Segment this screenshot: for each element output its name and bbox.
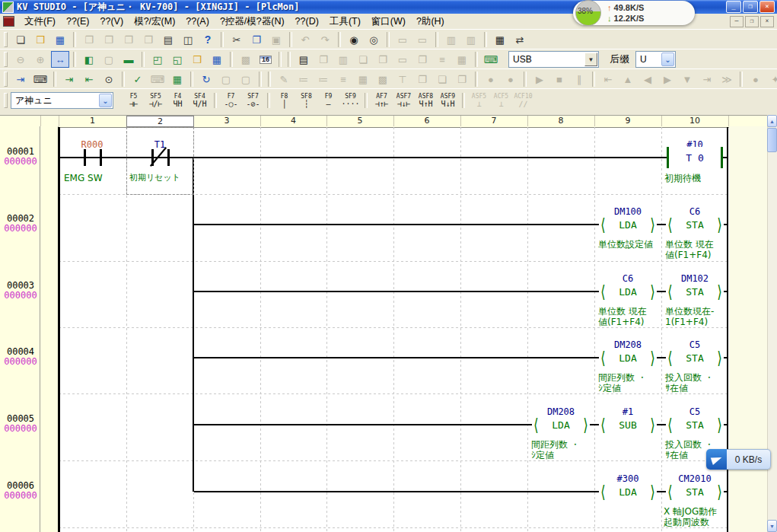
save-project-icon: ❐ [100,31,118,48]
timer-instruction-T0[interactable]: T 0 [667,147,723,168]
program-check-icon[interactable]: ✓ [129,71,147,88]
toolbar-grip[interactable] [4,93,8,108]
open-file-icon[interactable]: ❒ [31,31,49,48]
lda-instruction[interactable]: ⟨LDA⟩ [599,217,657,232]
fit-width-icon[interactable]: ↔ [51,51,69,68]
ladder-key-f7[interactable]: F7-○- [221,91,241,110]
ladder-key-sf4[interactable]: SF4Ч/Н [189,91,210,110]
close-button[interactable]: × [759,1,775,13]
ladder-key-asf8[interactable]: ASF8Ч↑Н [416,91,436,110]
dropdown-arrow-icon[interactable]: ▼ [584,53,597,66]
toolbar-separator [524,72,527,87]
message-window-icon[interactable]: ▬ [119,51,138,68]
lda-instruction[interactable]: ⟨LDA⟩ [599,350,657,365]
word-16bit-icon[interactable]: 16 [256,51,275,68]
mdi-close-button[interactable]: × [760,16,774,27]
menu-file[interactable]: 文件(F) [19,14,61,30]
ladder-key-f9[interactable]: F9— [318,91,339,110]
ladder-key-sf8[interactable]: SF8┆ [296,91,317,110]
find-icon[interactable]: ◉ [345,31,363,48]
chevron-down-icon[interactable]: ⌄ [99,94,112,107]
ladder-key-f4[interactable]: F4ЧН [167,91,188,110]
cut-icon[interactable]: ✂ [228,31,246,48]
toolbar-grip[interactable] [4,32,8,47]
menu-controller-simulator[interactable]: ?控器/模?器(N) [215,14,290,30]
print-icon[interactable]: ▤ [159,31,177,48]
project-window-icon[interactable]: ◧ [80,51,98,68]
grid-line [260,127,261,532]
device-b-icon: ❐ [374,51,392,68]
menu-tools[interactable]: 工具(T) [324,14,366,30]
verify-plc-icon[interactable]: ⊙ [100,71,118,88]
menu-debug[interactable]: ??(D) [290,14,324,28]
scroll-up-button[interactable]: ▲ [767,115,777,127]
ladder-editor[interactable]: 1 2 3 4 5 6 7 8 9 10 00001000000 0000200… [0,115,767,532]
device-combobox-value: ア神ュニ [15,94,53,107]
ladder-key-f8[interactable]: F8│ [274,91,295,110]
unit-editor-icon[interactable]: ▤ [295,51,313,68]
sta-instruction[interactable]: ⟨STA⟩ [666,417,724,432]
print-preview-icon[interactable]: ◫ [179,31,197,48]
library-book-icon[interactable]: ❒ [188,51,206,68]
port-combobox[interactable]: USB ▼ [508,51,599,68]
menu-module-macro[interactable]: 模?/宏(M) [129,14,180,30]
scrollbar-thumb[interactable] [767,128,777,152]
register-grid-icon[interactable]: ▦ [208,51,226,68]
help-icon[interactable]: ? [199,31,217,48]
monitor-window-icon[interactable]: ▦ [168,71,186,88]
copy-icon[interactable]: ❐ [247,31,266,48]
vertical-scrollbar[interactable]: ▲ ▼ [767,115,777,532]
mdi-document-icon[interactable] [3,16,14,27]
save-icon[interactable]: ▦ [51,31,69,48]
toolbar-grip[interactable] [4,52,8,67]
zoom-out-icon: ⊖ [11,51,30,68]
find-next-icon[interactable]: ◎ [365,31,383,48]
menu-edit[interactable]: ??(E) [61,14,95,28]
lda-instruction[interactable]: ⟨LDA⟩ [599,484,657,499]
split-bottom-icon[interactable]: ◱ [168,51,186,68]
menu-window[interactable]: 窗口(W) [366,14,411,30]
read-from-plc-icon[interactable]: ⇤ [80,71,98,88]
refresh-comm-icon[interactable]: ↻ [197,71,215,88]
ladder-key-asf7[interactable]: ASF7⊣↓⊢ [393,91,414,110]
scroll-down-button[interactable]: ▼ [767,520,777,532]
mdi-minimize-button[interactable]: ─ [730,16,744,27]
ladder-key-sf7[interactable]: SF7-⊘- [243,91,263,110]
comm-setup-icon[interactable]: ⌨ [482,51,500,68]
ladder-key-sf9[interactable]: SF9···· [340,91,361,110]
sta-instruction[interactable]: ⟨STA⟩ [666,217,724,232]
lda-instruction[interactable]: ⟨LDA⟩ [532,417,590,432]
menu-help[interactable]: ?助(H) [411,14,450,30]
toolbar-grip[interactable] [4,72,8,87]
pc-connect-icon[interactable]: ⌨ [31,71,49,88]
sta-instruction[interactable]: ⟨STA⟩ [666,350,724,365]
ladder-key-af7[interactable]: AF7⊣↑⊢ [371,91,392,110]
sta-instruction[interactable]: ⟨STA⟩ [666,284,724,299]
mdi-restore-button[interactable]: ❐ [745,16,759,27]
minimize-button[interactable]: _ [726,1,741,13]
chevron-down-icon[interactable]: ⌄ [661,53,674,66]
ld-out-icon[interactable]: ▦ [491,31,509,48]
transfer-monitor-icon[interactable]: ⇥ [11,71,30,88]
sub-instruction[interactable]: ⟨SUB⟩ [599,417,657,432]
split-top-icon[interactable]: ◰ [148,51,167,68]
download-speed-widget[interactable]: 0 KB/s [706,449,771,470]
menu-view[interactable]: ??(V) [95,14,129,28]
ladder-key-asf9[interactable]: ASF9Ч↓Н [438,91,458,110]
maximize-button[interactable]: ❐ [743,1,758,13]
lda-instruction[interactable]: ⟨LDA⟩ [599,284,657,299]
menu-convert[interactable]: ??(A) [180,14,215,28]
header-gutter [40,116,59,126]
new-file-icon[interactable]: ❏ [11,31,30,48]
nc-contact-T1[interactable] [151,149,170,166]
suffix-combobox[interactable]: U ⌄ [635,51,676,68]
screen-transfer-icon[interactable]: ⇄ [511,31,529,48]
ladder-key-sf5[interactable]: SF5⊣/⊢ [145,91,166,110]
no-contact-R000[interactable] [84,149,102,166]
thunder-bird-icon[interactable] [706,449,727,470]
sta-instruction[interactable]: ⟨STA⟩ [666,484,724,499]
write-to-plc-icon[interactable]: ⇥ [60,71,78,88]
network-gauge-widget[interactable]: 38% ↑ 49.8K/S ↓ 12.2K/S [573,1,695,25]
device-combobox[interactable]: ア神ュニ ⌄ [11,92,113,109]
ladder-key-f5[interactable]: F5⊣⊢ [123,91,144,110]
